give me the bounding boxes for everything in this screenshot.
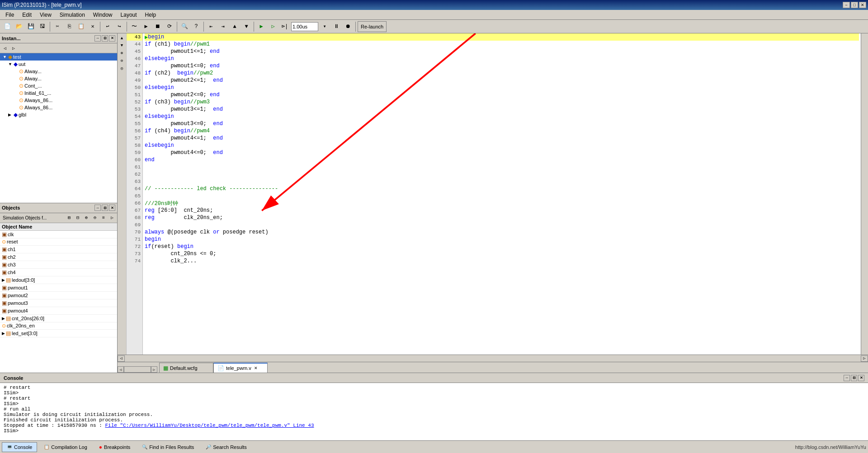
obj-close-btn[interactable]: ✕ bbox=[109, 205, 115, 211]
obj-row-reset[interactable]: ⊙ reset bbox=[0, 238, 117, 246]
console-float-btn[interactable]: ↔ bbox=[844, 375, 850, 381]
obj-dock-btn[interactable]: ⊟ bbox=[102, 205, 108, 211]
obj-float-btn[interactable]: ↔ bbox=[94, 205, 101, 211]
tree-item-always4[interactable]: ⊙ Always_86... bbox=[0, 104, 117, 111]
obj-row-pwmout1[interactable]: ▣ pwmout1 bbox=[0, 284, 117, 292]
tb-help[interactable]: ? bbox=[191, 21, 202, 32]
obj-row-clk20ns[interactable]: ⊙ clk_20ns_en bbox=[0, 322, 117, 330]
tab-default-wcfg[interactable]: ▦ Default.wcfg bbox=[159, 363, 213, 373]
bottom-tab-breakpoints[interactable]: ● Breakpoints bbox=[94, 442, 135, 452]
editor-vscrollbar[interactable] bbox=[861, 33, 868, 355]
tb-save[interactable]: 💾 bbox=[25, 21, 36, 32]
tb-open[interactable]: 📂 bbox=[14, 21, 24, 32]
tb-zoom-in[interactable]: 🔍 bbox=[179, 21, 190, 32]
inst-dock-btn[interactable]: ⊟ bbox=[102, 35, 108, 42]
tree-item-always2[interactable]: ⊙ Alway... bbox=[0, 75, 117, 82]
obj-row-pwmout4[interactable]: ▣ pwmout4 bbox=[0, 307, 117, 315]
tab-close-tele-pwm[interactable]: ✕ bbox=[253, 365, 259, 371]
tree-item-always3[interactable]: ⊙ Always_86... bbox=[0, 97, 117, 104]
obj-tb3[interactable]: ⊕ bbox=[82, 214, 90, 222]
inst-tb1[interactable]: ◁ bbox=[1, 44, 9, 52]
tb-copy[interactable]: ⎘ bbox=[64, 21, 75, 32]
tb-btn2[interactable]: ⇥ bbox=[217, 21, 228, 32]
obj-tb1[interactable]: ⊞ bbox=[65, 214, 73, 222]
obj-tb6[interactable]: ▷ bbox=[108, 214, 116, 222]
tb-wave[interactable]: 〜 bbox=[129, 21, 140, 32]
tb-restart[interactable]: ⟳ bbox=[164, 21, 175, 32]
tree-item-always1[interactable]: ⊙ Alway... bbox=[0, 68, 117, 75]
tree-item-test[interactable]: ▼ ◆ test bbox=[0, 53, 117, 61]
menu-layout[interactable]: Layout bbox=[117, 11, 141, 19]
side-tb5[interactable]: ◎ bbox=[120, 65, 124, 72]
inst-close-btn[interactable]: ✕ bbox=[109, 35, 115, 42]
tree-item-cont[interactable]: ⊙ Cont_... bbox=[0, 82, 117, 89]
tb-cut[interactable]: ✂ bbox=[52, 21, 63, 32]
menu-view[interactable]: View bbox=[36, 11, 55, 19]
bottom-tab-search-results[interactable]: 🔎 Search Results bbox=[201, 442, 252, 452]
side-tb2[interactable]: ▼ bbox=[120, 42, 124, 49]
tb-btn4[interactable]: ▼ bbox=[241, 21, 252, 32]
tb-btn3[interactable]: ▲ bbox=[229, 21, 240, 32]
relaunch-button[interactable]: Re-launch bbox=[358, 21, 387, 32]
bottom-tab-compilation-log[interactable]: 📋 Compilation Log bbox=[39, 442, 92, 452]
menu-file[interactable]: File bbox=[2, 11, 18, 19]
console-file-link[interactable]: File "C:/Users/WilliamYu/Desktop/tele_pw… bbox=[105, 423, 314, 428]
minimize-button[interactable]: − bbox=[843, 2, 850, 8]
console-content[interactable]: # restart ISim> # restart ISim> # run al… bbox=[0, 383, 868, 440]
tb-paste[interactable]: 📋 bbox=[75, 21, 86, 32]
tree-item-uut[interactable]: ▼ ◆ uut bbox=[0, 61, 117, 68]
obj-row-pwmout3[interactable]: ▣ pwmout3 bbox=[0, 299, 117, 307]
obj-row-ch4[interactable]: ▣ ch4 bbox=[0, 269, 117, 276]
obj-row-ch2[interactable]: ▣ ch2 bbox=[0, 253, 117, 261]
maximize-button[interactable]: □ bbox=[851, 2, 858, 8]
tb-btn1[interactable]: ⇤ bbox=[206, 21, 217, 32]
tb-save2[interactable]: 🖫 bbox=[37, 21, 48, 32]
obj-tb4[interactable]: ⊖ bbox=[91, 214, 99, 222]
tb-new[interactable]: 📄 bbox=[2, 21, 13, 32]
bottom-tab-console[interactable]: 💻 Console bbox=[2, 442, 37, 452]
side-tb3[interactable]: ⊕ bbox=[120, 50, 124, 56]
tb-pause[interactable]: ⏸ bbox=[331, 21, 342, 32]
close-button[interactable]: ✕ bbox=[859, 2, 866, 8]
menu-edit[interactable]: Edit bbox=[19, 11, 35, 19]
menu-window[interactable]: Window bbox=[90, 11, 116, 19]
obj-tb5[interactable]: ≡ bbox=[99, 214, 108, 222]
obj-row-ch1[interactable]: ▣ ch1 bbox=[0, 246, 117, 253]
menu-help[interactable]: Help bbox=[142, 11, 160, 19]
tree-item-initial[interactable]: ⊙ Initial_61_... bbox=[0, 89, 117, 97]
tb-play[interactable]: ▶ bbox=[256, 21, 267, 32]
time-input[interactable]: 1.00us bbox=[291, 22, 318, 31]
tb-play3[interactable]: ⊳| bbox=[279, 21, 290, 32]
obj-row-ledout[interactable]: ▶ ▤ ledout[3:0] bbox=[0, 276, 117, 284]
editor-hscrollbar[interactable]: ◁ ▷ bbox=[118, 355, 868, 362]
console-dock-btn[interactable]: ⊟ bbox=[851, 375, 857, 381]
obj-row-ledset[interactable]: ▶ ▤ led_set[3:0] bbox=[0, 330, 117, 337]
obj-tb2[interactable]: ⊟ bbox=[74, 214, 82, 222]
tb-sim[interactable]: ▶ bbox=[141, 21, 151, 32]
tab-tele-pwm[interactable]: 📄 tele_pwm.v ✕ bbox=[213, 363, 268, 373]
tab-nav-right[interactable]: ▷ bbox=[151, 366, 157, 373]
tb-delete[interactable]: ✕ bbox=[87, 21, 98, 32]
bottom-tab-find-results[interactable]: 🔍 Find in Files Results bbox=[137, 442, 199, 452]
inst-tb2[interactable]: ▷ bbox=[9, 44, 18, 52]
side-tb4[interactable]: ⊖ bbox=[120, 57, 124, 64]
tb-undo[interactable]: ↩ bbox=[102, 21, 113, 32]
obj-row-cnt20ns[interactable]: ▶ ▤ cnt_20ns[26:0] bbox=[0, 315, 117, 322]
tb-stop[interactable]: ⏹ bbox=[152, 21, 163, 32]
obj-row-clk[interactable]: ▣ clk bbox=[0, 231, 117, 238]
tb-breakpt[interactable]: ⏺ bbox=[343, 21, 354, 32]
hscroll-left[interactable]: ◁ bbox=[118, 355, 125, 362]
side-tb1[interactable]: ▲ bbox=[120, 35, 124, 42]
tree-item-glbl[interactable]: ▶ ◆ glbl bbox=[0, 111, 117, 118]
hscroll-right[interactable]: ▷ bbox=[861, 355, 868, 362]
tb-play2[interactable]: ▷ bbox=[268, 21, 278, 32]
obj-row-ch3[interactable]: ▣ ch3 bbox=[0, 261, 117, 269]
tb-redo[interactable]: ↪ bbox=[114, 21, 125, 32]
code-content[interactable]: ▶begin if (ch1) begin //pwm1 pwmout1<=1;… bbox=[143, 33, 861, 355]
inst-float-btn[interactable]: ↔ bbox=[94, 35, 101, 42]
obj-row-pwmout2[interactable]: ▣ pwmout2 bbox=[0, 292, 117, 299]
tab-nav-left[interactable]: ◁ bbox=[118, 366, 124, 373]
menu-simulation[interactable]: Simulation bbox=[56, 11, 89, 19]
console-close-btn[interactable]: ✕ bbox=[858, 375, 864, 381]
tb-time-unit[interactable]: ▾ bbox=[319, 21, 330, 32]
